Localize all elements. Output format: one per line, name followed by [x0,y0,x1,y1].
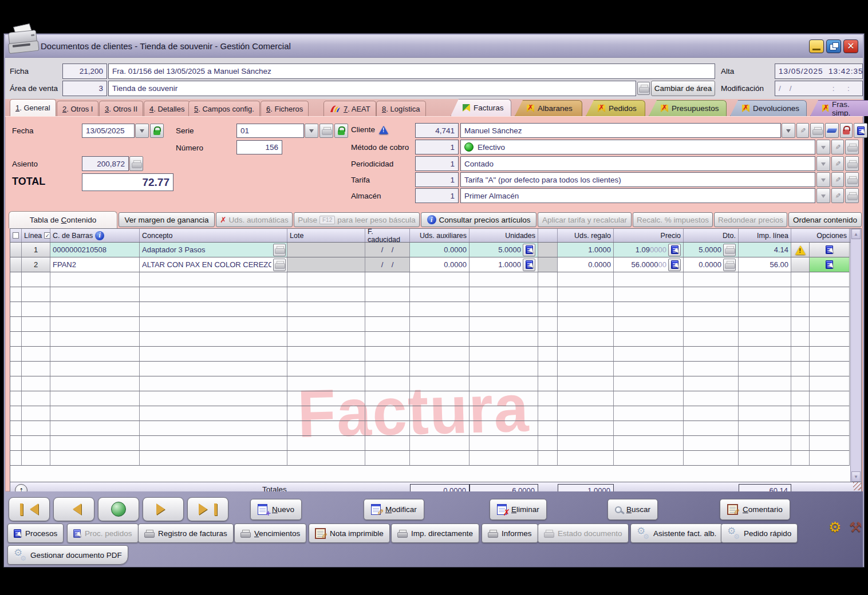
procesos-button[interactable]: Procesos [7,523,64,543]
metodo-printer-button[interactable] [845,140,859,154]
buscar-button[interactable]: Buscar [607,499,658,520]
row-select-cell[interactable] [10,257,22,272]
row-select-cell[interactable] [10,243,22,257]
col-opciones[interactable]: Opciones [810,229,850,242]
imp-directamente-button[interactable]: Imp. directamente [391,523,479,543]
almacen-name[interactable]: Primer Almacén [460,188,815,203]
ver-margen-button[interactable]: Ver margen de ganancia [119,212,215,227]
nav-next-button[interactable] [143,497,184,521]
unidades-doc-button[interactable] [523,259,535,271]
periodicidad-dropdown-button[interactable] [816,156,830,171]
registro-facturas-button[interactable]: Registro de facturas [138,523,234,543]
concepto-cell[interactable]: Adaptador 3 Pasos [140,243,287,257]
redondear-precios-button[interactable]: Redondear precios [714,212,787,227]
consultar-precios-button[interactable]: Consultar precios artículos [421,212,536,227]
scroll-down-button[interactable]: ▼ [851,471,861,482]
serie-dropdown-button[interactable] [305,124,318,138]
empty-table-row[interactable] [10,362,850,376]
aplicar-tarifa-button[interactable]: Aplicar tarifa y recalcular [538,212,632,227]
tab-campos-config[interactable]: 5. Campos config. [188,101,260,116]
asistente-fact-button[interactable]: Asistente fact. alb. [630,523,723,543]
fecha-lock-button[interactable] [150,124,164,138]
tarifa-dropdown-button[interactable] [816,172,830,187]
pedido-rapido-button[interactable]: Pedido rápido [721,523,798,543]
dto-printer-button[interactable] [723,244,736,256]
metodo-edit-button[interactable] [831,140,844,154]
empty-table-row[interactable] [10,421,850,436]
almacen-code[interactable]: 1 [415,188,459,203]
unidades-cell[interactable]: 5.0000 [469,243,538,257]
concepto-cell[interactable]: ALTAR CON PAX EN COLOR CEREZO [140,257,287,272]
doc-tab-facturas[interactable]: Facturas [451,99,511,116]
tab-otros-2[interactable]: 3. Otros II [99,101,143,116]
col-linea[interactable]: Línea✓ [22,229,50,242]
nav-refresh-button[interactable] [98,497,139,521]
nav-last-button[interactable] [187,497,228,521]
informes-button[interactable]: Informes [482,523,538,543]
asiento-value[interactable]: 200,872 [82,156,129,171]
regalo-cell[interactable]: 0.0000 [558,257,614,272]
periodicidad-printer-button[interactable] [845,156,859,171]
periodicidad-edit-button[interactable] [831,156,844,171]
scroll-up-button[interactable]: ▲ [851,229,861,239]
table-row[interactable]: 2 FPAN2 ALTAR CON PAX EN COLOR CEREZO / … [10,257,850,272]
almacen-dropdown-button[interactable] [816,188,830,203]
nuevo-button[interactable]: + Nuevo [250,499,302,520]
col-unidades[interactable]: Unidades [469,229,538,242]
precio-doc-button[interactable] [668,259,681,271]
opciones-cell[interactable] [810,243,850,257]
doc-tab-fras-simp[interactable]: Fras. simp. [810,100,868,116]
metodo-code[interactable]: 1 [415,140,459,154]
empty-table-row[interactable] [10,406,850,421]
col-auxiliares[interactable]: Uds. auxiliares [410,229,469,242]
concepto-printer-button[interactable] [273,244,286,256]
cliente-printer-button[interactable] [810,123,824,138]
empty-table-row[interactable] [10,436,850,451]
nota-imprimible-button[interactable]: Nota imprimible [309,523,390,543]
row-number[interactable]: 2 [22,257,50,272]
table-scrollbar[interactable]: ▲ ▼ [850,229,861,482]
change-area-button[interactable]: Cambiar de área [651,81,715,96]
empty-table-row[interactable] [10,332,850,347]
uds-automaticas-button[interactable]: ✗ Uds. automáticas [216,212,293,227]
dto-cell[interactable]: 0.0000 [684,257,739,272]
periodicidad-name[interactable]: Contado [460,156,815,171]
metodo-name-box[interactable]: Efectivo [460,140,815,154]
proc-pedidos-button[interactable]: Proc. pedidos [67,523,139,543]
resize-grip[interactable] [853,482,861,490]
fecha-input[interactable]: 13/05/2025 [82,124,135,138]
opciones-cell[interactable] [810,257,850,272]
tab-detalles[interactable]: 4. Detalles [144,101,190,116]
col-select[interactable] [10,229,22,242]
empty-table-row[interactable] [10,451,850,466]
col-regalo[interactable]: Uds. regalo [558,229,614,242]
col-caducidad[interactable]: F. caducidad [365,229,410,242]
regalo-cell[interactable]: 1.0000 [558,243,614,257]
col-dto[interactable]: Dto. [684,229,739,242]
comentario-button[interactable]: Comentario [720,499,790,520]
tarifa-name[interactable]: Tarifa "A" (por defecto para todos los c… [460,172,815,187]
minimize-button[interactable] [809,39,824,53]
empty-table-row[interactable] [10,272,850,287]
gestionar-pdf-button[interactable]: Gestionar documento PDF [7,545,128,565]
serie-lock-button[interactable] [334,124,348,138]
col-imp-linea[interactable]: Imp. línea [739,229,791,242]
doc-tab-devoluciones[interactable]: Devoluciones [730,100,807,116]
tab-logistica[interactable]: 8. Logística [376,101,426,116]
empty-table-row[interactable] [10,376,850,391]
col-precio[interactable]: Precio [614,229,684,242]
area-printer-button[interactable] [637,82,650,95]
tab-ficheros[interactable]: 6. Ficheros [261,101,309,116]
area-description[interactable]: Tienda de souvenir [108,81,636,96]
serie-printer-button[interactable] [319,124,333,138]
tools-icon[interactable] [849,519,862,536]
auxiliares-cell[interactable]: 0.0000 [410,257,469,272]
tab-otros-1[interactable]: 2. Otros I [57,101,98,116]
tab-tabla-contenido[interactable]: Tabla de Contenido [9,211,117,228]
concepto-printer-button[interactable] [273,259,286,271]
cliente-process-button[interactable] [854,123,867,138]
tarifa-code[interactable]: 1 [415,172,459,187]
unidades-cell[interactable]: 1.0000 [469,257,538,272]
col-codigo[interactable]: C. de Barras [50,229,140,242]
col-lote[interactable]: Lote [287,229,365,242]
